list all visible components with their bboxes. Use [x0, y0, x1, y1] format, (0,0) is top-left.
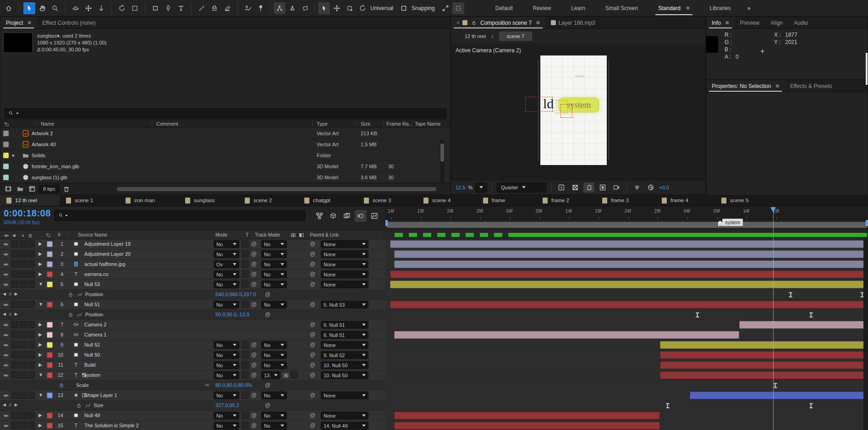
layer-duration-bar[interactable]	[690, 391, 868, 399]
parent-link-dropdown[interactable]: None	[321, 391, 368, 399]
track-matte-dropdown[interactable]: No	[261, 250, 287, 258]
toggle-cell[interactable]	[19, 270, 27, 278]
layer-track-lane[interactable]	[385, 300, 868, 309]
pickwhip-icon[interactable]: @	[251, 281, 257, 287]
composition-canvas[interactable]: camera ld system	[540, 55, 607, 165]
expand-chevron-icon[interactable]: ▼	[38, 392, 43, 397]
toggle-cell[interactable]	[11, 250, 18, 258]
property-value[interactable]: 540.0,960.0,297.0	[215, 292, 256, 297]
rotation-tool[interactable]	[116, 2, 128, 14]
layer-track-lane[interactable]	[385, 330, 868, 340]
video-toggle-icon[interactable]	[2, 251, 10, 258]
toggle-cell[interactable]	[27, 422, 35, 429]
parent-link-dropdown[interactable]: 14. Null 49	[321, 422, 368, 430]
parent-link-dropdown[interactable]: 6. Null 51	[321, 321, 368, 329]
expand-chevron-icon[interactable]: ▼	[38, 372, 43, 377]
blend-mode-dropdown[interactable]: No	[214, 240, 239, 248]
layer-duration-bar[interactable]	[390, 281, 868, 288]
layer-name[interactable]: Camera 2	[84, 322, 106, 327]
property-value[interactable]: 80.0,80.0,80.0%	[215, 382, 252, 388]
parent-pickwhip-icon[interactable]: @	[310, 372, 315, 378]
layer-track-lane[interactable]	[385, 421, 868, 430]
toggle-cell[interactable]	[19, 281, 27, 288]
label-color-chip[interactable]	[47, 322, 53, 328]
blend-mode-dropdown[interactable]: No	[214, 301, 239, 309]
timeline-tab-12-th-reel[interactable]: 12 th reel	[0, 195, 60, 206]
timeline-tab-scene-1[interactable]: scene 1	[60, 195, 119, 206]
playhead[interactable]	[773, 206, 774, 430]
label-color-chip[interactable]	[47, 261, 53, 267]
timeline-tab-scene-3[interactable]: scene 3	[357, 195, 417, 206]
project-horizontal-scrollbar[interactable]	[117, 187, 436, 191]
project-item-row[interactable]: fortnite_iron_man.glb3D Model7.7 MB30	[0, 161, 450, 172]
label-color-chip[interactable]	[3, 164, 9, 169]
graph-toggle-icon[interactable]	[76, 311, 83, 319]
preserve-transparency-cell[interactable]	[242, 361, 249, 369]
selection-tool[interactable]	[23, 2, 35, 14]
video-toggle-icon[interactable]	[2, 352, 10, 359]
label-color-chip[interactable]	[47, 251, 53, 257]
pickwhip-icon[interactable]: @	[251, 362, 257, 368]
timeline-tab-sunglass[interactable]: sunglass	[179, 195, 238, 206]
pickwhip-icon[interactable]: @	[251, 301, 257, 308]
stopwatch-icon[interactable]	[58, 382, 65, 389]
timeline-tab-scene-4[interactable]: scene 4	[417, 195, 477, 206]
layer-track-lane[interactable]	[385, 280, 868, 289]
trash-icon[interactable]	[61, 184, 71, 194]
parent-pickwhip-icon[interactable]: @	[310, 251, 315, 257]
layer-name[interactable]: system	[84, 372, 100, 378]
layer-name[interactable]: Null 52	[84, 342, 100, 347]
snapping-checkbox[interactable]	[398, 2, 410, 14]
blend-mode-dropdown[interactable]: No	[214, 412, 239, 419]
search-options-chevron-icon[interactable]	[16, 112, 19, 114]
home-tool[interactable]	[3, 2, 15, 14]
luma-matte-icon[interactable]	[298, 232, 305, 239]
workspace-overflow-chevron[interactable]: »	[747, 5, 751, 11]
toggle-cell[interactable]	[27, 240, 35, 248]
graph-editor-button[interactable]	[368, 210, 380, 222]
toggle-cell[interactable]	[11, 331, 18, 338]
toggle-cell[interactable]	[11, 341, 18, 348]
parent-link-dropdown[interactable]: None	[321, 412, 368, 419]
preserve-transparency-cell[interactable]	[242, 301, 249, 308]
panel-menu-icon[interactable]: ≡	[536, 19, 540, 26]
panel-menu-icon[interactable]: ≡	[775, 83, 779, 89]
toggle-cell[interactable]	[27, 371, 35, 379]
layer-name[interactable]: Adjustment Layer 19	[84, 241, 131, 247]
property-value[interactable]: 50.0,50.0,-13.9	[215, 312, 249, 317]
project-item-row[interactable]: sunglass (1).glb3D Model3.6 MB30	[0, 172, 450, 183]
expand-chevron-icon[interactable]: ▶	[38, 413, 42, 418]
expand-chevron-icon[interactable]: ▼	[38, 302, 43, 307]
pickwhip-icon[interactable]: @	[251, 392, 257, 398]
layer-row[interactable]: ▶15The Solution is Simple 2No@No@14. Nul…	[0, 421, 868, 430]
parent-link-dropdown[interactable]: None	[321, 250, 368, 258]
workspace-standard[interactable]: Standard≡	[648, 0, 699, 16]
label-color-chip[interactable]	[47, 271, 53, 277]
joint-lasso-tool[interactable]	[299, 2, 311, 14]
parent-link-dropdown[interactable]: None	[321, 260, 368, 268]
preserve-transparency-cell[interactable]	[242, 250, 249, 258]
layer-track-lane[interactable]	[385, 411, 868, 420]
toggle-cell[interactable]	[19, 260, 27, 268]
preserve-transparency-cell[interactable]	[242, 281, 249, 288]
frame-blend-button[interactable]	[341, 210, 353, 222]
label-color-chip[interactable]	[3, 142, 9, 147]
in-point-handle[interactable]	[385, 220, 388, 226]
timeline-vertical-scrollbar[interactable]	[863, 239, 868, 430]
timeline-tab-iron-man[interactable]: iron man	[119, 195, 179, 206]
tab-layer-166-mp3[interactable]: Layer 166.mp3	[545, 17, 601, 28]
panel-menu-icon[interactable]: ≡	[27, 19, 31, 26]
camera-settings-button[interactable]	[611, 182, 622, 193]
toggle-cell[interactable]	[19, 391, 27, 399]
property-track-lane[interactable]	[385, 380, 868, 390]
resolution-dropdown[interactable]: Quarter	[497, 182, 546, 193]
toggle-cell[interactable]	[19, 321, 27, 328]
layer-track-lane[interactable]	[385, 340, 868, 350]
panel-menu-icon[interactable]: ≡	[686, 5, 690, 11]
expand-chevron-icon[interactable]: ▶	[38, 241, 42, 246]
layer-name[interactable]: Camera 1	[84, 332, 106, 337]
blend-mode-dropdown[interactable]: No	[214, 422, 239, 430]
zoom-tool[interactable]	[49, 2, 61, 14]
parent-pickwhip-icon[interactable]: @	[310, 352, 315, 358]
layer-name[interactable]: Null 50	[84, 352, 100, 358]
